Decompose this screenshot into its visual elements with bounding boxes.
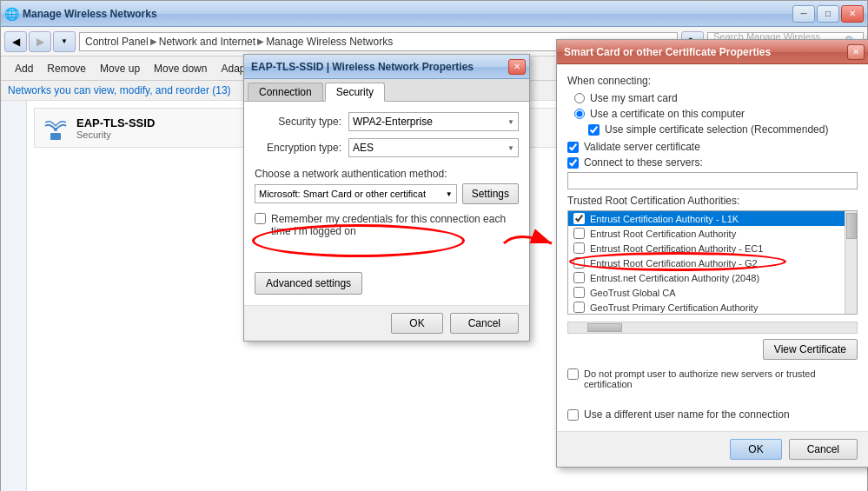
wpa-dialog-close-button[interactable]: ✕ bbox=[508, 59, 526, 75]
breadcrumb: Control Panel ▶ Network and Internet ▶ M… bbox=[85, 36, 393, 48]
encryption-type-value: AES bbox=[353, 142, 374, 154]
cert-scrollbar-thumb bbox=[846, 213, 857, 239]
encryption-type-row: Encryption type: AES ▼ bbox=[255, 138, 519, 157]
no-prompt-checkbox[interactable] bbox=[567, 368, 579, 380]
recent-pages-button[interactable]: ▼ bbox=[53, 31, 76, 52]
cert-item-3[interactable]: Entrust Root Certification Authority - G… bbox=[568, 255, 857, 270]
cert-label-3: Entrust Root Certification Authority - G… bbox=[590, 258, 758, 269]
cert-checkbox-5[interactable] bbox=[573, 287, 585, 298]
when-connecting-label: When connecting: bbox=[567, 75, 858, 87]
cert-item-6[interactable]: GeoTrust Primary Certification Authority bbox=[568, 300, 857, 315]
diff-username-row: Use a different user name for the connec… bbox=[567, 408, 858, 421]
encryption-type-label: Encryption type: bbox=[255, 142, 341, 154]
radio-smart-card-row: Use my smart card bbox=[567, 92, 858, 104]
view-cert-container: View Certificate bbox=[567, 339, 858, 365]
wpa-ok-button[interactable]: OK bbox=[391, 313, 442, 334]
remember-credentials-checkbox[interactable] bbox=[255, 213, 266, 224]
diff-username-checkbox[interactable] bbox=[567, 409, 579, 421]
cert-label-6: GeoTrust Primary Certification Authority bbox=[590, 302, 758, 313]
radio-certificate[interactable] bbox=[574, 109, 585, 119]
cert-list-container: Entrust Certification Authority - L1K En… bbox=[567, 210, 858, 315]
smartcard-close-button[interactable]: ✕ bbox=[847, 44, 865, 60]
advanced-settings-button[interactable]: Advanced settings bbox=[255, 272, 362, 295]
sep1: ▶ bbox=[150, 36, 157, 46]
security-type-value: WPA2-Enterprise bbox=[353, 116, 433, 128]
smartcard-ok-button[interactable]: OK bbox=[730, 439, 781, 460]
breadcrumb-wireless: Manage Wireless Networks bbox=[266, 36, 393, 48]
connect-servers-input[interactable] bbox=[567, 172, 858, 189]
add-button[interactable]: Add bbox=[8, 59, 40, 78]
simple-cert-row: Use simple certificate selection (Recomm… bbox=[588, 123, 858, 136]
horiz-scrollbar[interactable] bbox=[567, 322, 858, 334]
cert-list[interactable]: Entrust Certification Authority - L1K En… bbox=[567, 210, 858, 315]
smartcard-cancel-button[interactable]: Cancel bbox=[789, 439, 858, 460]
back-button[interactable]: ◀ bbox=[4, 31, 27, 52]
move-up-button[interactable]: Move up bbox=[93, 59, 147, 78]
window-icon: 🌐 bbox=[4, 7, 19, 21]
sep2: ▶ bbox=[257, 36, 264, 46]
connect-servers-checkbox[interactable] bbox=[567, 157, 579, 169]
network-icon bbox=[42, 114, 70, 142]
security-type-arrow: ▼ bbox=[507, 118, 514, 126]
advanced-section: Advanced settings bbox=[255, 258, 519, 295]
diff-username-label: Use a different user name for the connec… bbox=[584, 408, 790, 421]
move-down-button[interactable]: Move down bbox=[147, 59, 214, 78]
cert-item-1[interactable]: Entrust Root Certification Authority bbox=[568, 226, 857, 241]
cert-checkbox-3[interactable] bbox=[573, 257, 585, 269]
simple-cert-indent: Use simple certificate selection (Recomm… bbox=[567, 123, 858, 136]
simple-cert-checkbox[interactable] bbox=[588, 124, 600, 136]
networks-count: Networks you can view, modify, and reord… bbox=[8, 84, 231, 96]
wpa-dialog: EAP-TLS-SSID | Wireless Network Properti… bbox=[243, 54, 530, 342]
encryption-type-select[interactable]: AES ▼ bbox=[348, 138, 519, 157]
wpa-close-icon: ✕ bbox=[514, 62, 520, 71]
cert-checkbox-4[interactable] bbox=[573, 272, 585, 283]
close-button[interactable]: ✕ bbox=[841, 5, 864, 23]
validate-cert-checkbox[interactable] bbox=[567, 142, 579, 153]
tab-connection[interactable]: Connection bbox=[248, 83, 323, 101]
cert-label-2: Entrust Root Certification Authority - E… bbox=[590, 243, 763, 254]
cert-item-5[interactable]: GeoTrust Global CA bbox=[568, 285, 857, 300]
security-type-row: Security type: WPA2-Enterprise ▼ bbox=[255, 112, 519, 131]
settings-button[interactable]: Settings bbox=[462, 183, 519, 204]
remove-button[interactable]: Remove bbox=[40, 59, 93, 78]
security-type-select[interactable]: WPA2-Enterprise ▼ bbox=[348, 112, 519, 131]
tab-security[interactable]: Security bbox=[325, 83, 385, 102]
cert-checkbox-1[interactable] bbox=[573, 228, 585, 239]
explorer-title: Manage Wireless Networks bbox=[23, 8, 157, 20]
nav-buttons: ◀ ▶ ▼ bbox=[4, 31, 76, 52]
auth-method-select[interactable]: Microsoft: Smart Card or other certifica… bbox=[255, 184, 457, 203]
radio-smart-card[interactable] bbox=[574, 93, 585, 103]
cert-checkbox-0[interactable] bbox=[573, 213, 585, 224]
cert-checkbox-6[interactable] bbox=[573, 302, 585, 313]
view-cert-button[interactable]: View Certificate bbox=[763, 339, 858, 360]
remember-credentials-row: Remember my credentials for this connect… bbox=[255, 213, 519, 237]
wpa-dialog-body: Security type: WPA2-Enterprise ▼ Encrypt… bbox=[244, 102, 529, 305]
cert-item-4[interactable]: Entrust.net Certification Authority (204… bbox=[568, 270, 857, 285]
cert-checkbox-2[interactable] bbox=[573, 242, 585, 254]
svg-rect-0 bbox=[50, 133, 61, 140]
validate-cert-row: Validate server certificate bbox=[567, 141, 858, 153]
encryption-type-arrow: ▼ bbox=[507, 144, 514, 152]
cert-label-1: Entrust Root Certification Authority bbox=[590, 229, 736, 239]
minimize-button[interactable]: ─ bbox=[792, 5, 815, 23]
breadcrumb-control-panel: Control Panel bbox=[85, 36, 149, 48]
forward-button[interactable]: ▶ bbox=[29, 31, 51, 52]
maximize-button[interactable]: □ bbox=[817, 5, 839, 23]
no-prompt-label: Do not prompt user to authorize new serv… bbox=[584, 368, 858, 389]
cert-label-0: Entrust Certification Authority - L1K bbox=[590, 214, 739, 224]
network-name: EAP-TLS-SSID bbox=[76, 116, 155, 129]
smartcard-dialog: Smart Card or other Certificate Properti… bbox=[556, 39, 868, 468]
tab-security-label: Security bbox=[336, 86, 374, 98]
wpa-cancel-button[interactable]: Cancel bbox=[450, 313, 519, 334]
cert-item-0[interactable]: Entrust Certification Authority - L1K bbox=[568, 211, 857, 226]
smartcard-body: When connecting: Use my smart card Use a… bbox=[557, 64, 868, 431]
security-type-label: Security type: bbox=[255, 116, 341, 128]
simple-cert-label: Use simple certificate selection (Recomm… bbox=[605, 123, 828, 136]
network-details: EAP-TLS-SSID Security bbox=[76, 116, 155, 140]
validate-cert-label: Validate server certificate bbox=[584, 141, 700, 153]
smartcard-title: Smart Card or other Certificate Properti… bbox=[560, 46, 771, 58]
title-bar-left: 🌐 Manage Wireless Networks bbox=[4, 7, 157, 21]
cert-scrollbar[interactable] bbox=[845, 211, 857, 314]
smartcard-title-bar: Smart Card or other Certificate Properti… bbox=[557, 40, 868, 64]
cert-item-2[interactable]: Entrust Root Certification Authority - E… bbox=[568, 241, 857, 255]
